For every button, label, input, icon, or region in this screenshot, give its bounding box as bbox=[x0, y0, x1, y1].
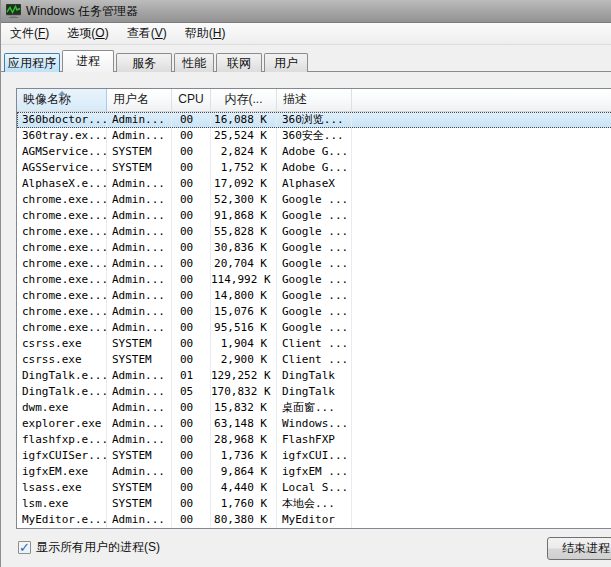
cell: Admin... bbox=[107, 304, 172, 320]
tab-applications[interactable]: 应用程序 bbox=[4, 53, 60, 72]
cell: 15,076 K bbox=[211, 304, 277, 320]
cell: Admin... bbox=[107, 416, 172, 432]
cell: 桌面窗... bbox=[277, 400, 352, 416]
cell: 1,760 K bbox=[211, 496, 277, 512]
column-header-cpu[interactable]: CPU bbox=[172, 89, 211, 111]
cell: Admin... bbox=[107, 176, 172, 192]
table-row[interactable]: dwm.exeAdmin...0015,832 K桌面窗... bbox=[17, 400, 611, 416]
tab-networking[interactable]: 联网 bbox=[216, 53, 262, 72]
cell: 00 bbox=[172, 288, 211, 304]
cell: chrome.exe... bbox=[17, 288, 107, 304]
cell: 129,252 K bbox=[211, 368, 277, 384]
table-row[interactable]: lsass.exeSYSTEM004,440 KLocal S... bbox=[17, 480, 611, 496]
task-manager-window: Windows 任务管理器 文件(F) 选项(O) 查看(V) 帮助(H) 应用… bbox=[0, 0, 611, 567]
table-row[interactable]: 360tray.ex...Admin...0025,524 K360安全... bbox=[17, 128, 611, 144]
column-header-description[interactable]: 描述 bbox=[277, 89, 352, 111]
table-row[interactable]: chrome.exe...Admin...0014,800 KGoogle ..… bbox=[17, 288, 611, 304]
cell: 00 bbox=[172, 256, 211, 272]
cell: 30,836 K bbox=[211, 240, 277, 256]
table-row[interactable]: lsm.exeSYSTEM001,760 K本地会... bbox=[17, 496, 611, 512]
cell: igfxEM.exe bbox=[17, 464, 107, 480]
table-row[interactable]: 360bdoctor...Admin...0016,088 K360浏览... bbox=[17, 112, 611, 128]
tab-users[interactable]: 用户 bbox=[264, 53, 308, 72]
cell: DingTalk.e... bbox=[17, 384, 107, 400]
table-row[interactable]: flashfxp.e...Admin...0028,968 KFlashFXP bbox=[17, 432, 611, 448]
table-row[interactable]: csrss.exeSYSTEM002,900 KClient ... bbox=[17, 352, 611, 368]
table-row[interactable]: MyEditor.e...Admin...0080,380 KMyEditor bbox=[17, 512, 611, 528]
cell: Google ... bbox=[277, 256, 352, 272]
cell: 2,900 K bbox=[211, 352, 277, 368]
tab-processes[interactable]: 进程 bbox=[62, 50, 114, 72]
show-all-users-row: 显示所有用户的进程(S) bbox=[18, 539, 160, 556]
cell: chrome.exe... bbox=[17, 304, 107, 320]
cell: DingTalk bbox=[277, 368, 352, 384]
cell: 15,832 K bbox=[211, 400, 277, 416]
menu-view[interactable]: 查看(V) bbox=[118, 23, 176, 44]
cell: 00 bbox=[172, 464, 211, 480]
cell: Client ... bbox=[277, 352, 352, 368]
cell: 00 bbox=[172, 416, 211, 432]
cell: 01 bbox=[172, 368, 211, 384]
cell: AlphaseX bbox=[277, 176, 352, 192]
table-row[interactable]: AGMService...SYSTEM002,824 KAdobe G... bbox=[17, 144, 611, 160]
cell: Admin... bbox=[107, 272, 172, 288]
cell: 00 bbox=[172, 144, 211, 160]
table-row[interactable]: chrome.exe...Admin...0052,300 KGoogle ..… bbox=[17, 192, 611, 208]
cell: chrome.exe... bbox=[17, 224, 107, 240]
cell: 80,380 K bbox=[211, 512, 277, 528]
table-row[interactable]: chrome.exe...Admin...0095,516 KGoogle ..… bbox=[17, 320, 611, 336]
menu-options[interactable]: 选项(O) bbox=[58, 23, 117, 44]
table-row[interactable]: chrome.exe...Admin...0091,868 KGoogle ..… bbox=[17, 208, 611, 224]
tab-performance[interactable]: 性能 bbox=[174, 53, 214, 72]
table-row[interactable]: csrss.exeSYSTEM001,904 KClient ... bbox=[17, 336, 611, 352]
menu-file[interactable]: 文件(F) bbox=[1, 23, 58, 44]
column-header-user-name[interactable]: 用户名 bbox=[107, 89, 172, 111]
cell: chrome.exe... bbox=[17, 240, 107, 256]
cell: 95,516 K bbox=[211, 320, 277, 336]
cell: Google ... bbox=[277, 192, 352, 208]
cell: 1,752 K bbox=[211, 160, 277, 176]
column-header-filler bbox=[352, 89, 611, 111]
cell: 360浏览... bbox=[277, 112, 352, 128]
cell: Google ... bbox=[277, 272, 352, 288]
table-row[interactable]: AlphaseX.e...Admin...0017,092 KAlphaseX bbox=[17, 176, 611, 192]
cell: 00 bbox=[172, 272, 211, 288]
table-row[interactable]: chrome.exe...Admin...0055,828 KGoogle ..… bbox=[17, 224, 611, 240]
cell: 00 bbox=[172, 320, 211, 336]
table-row[interactable]: chrome.exe...Admin...0020,704 KGoogle ..… bbox=[17, 256, 611, 272]
table-row[interactable]: DingTalk.e...Admin...01129,252 KDingTalk bbox=[17, 368, 611, 384]
cell: 00 bbox=[172, 176, 211, 192]
column-header-image-name[interactable]: 映像名称 bbox=[17, 89, 107, 111]
cell: 00 bbox=[172, 160, 211, 176]
table-row[interactable]: chrome.exe...Admin...0015,076 KGoogle ..… bbox=[17, 304, 611, 320]
task-manager-icon bbox=[6, 4, 21, 18]
cell: Google ... bbox=[277, 304, 352, 320]
table-row[interactable]: DingTalk.e...Admin...05170,832 KDingTalk bbox=[17, 384, 611, 400]
cell: Client ... bbox=[277, 336, 352, 352]
cell: 91,868 K bbox=[211, 208, 277, 224]
cell: 00 bbox=[172, 224, 211, 240]
title-bar[interactable]: Windows 任务管理器 bbox=[1, 0, 611, 23]
table-row[interactable]: igfxCUISer...SYSTEM001,736 KigfxCUI... bbox=[17, 448, 611, 464]
cell: 00 bbox=[172, 128, 211, 144]
cell: 本地会... bbox=[277, 496, 352, 512]
table-row[interactable]: AGSService...SYSTEM001,752 KAdobe G... bbox=[17, 160, 611, 176]
cell: SYSTEM bbox=[107, 448, 172, 464]
cell: csrss.exe bbox=[17, 352, 107, 368]
cell: dwm.exe bbox=[17, 400, 107, 416]
cell: 00 bbox=[172, 352, 211, 368]
show-all-users-checkbox[interactable] bbox=[18, 541, 31, 554]
cell: 00 bbox=[172, 512, 211, 528]
cell: 170,832 K bbox=[211, 384, 277, 400]
end-process-button[interactable]: 结束进程 bbox=[547, 537, 611, 560]
table-row[interactable]: chrome.exe...Admin...0030,836 KGoogle ..… bbox=[17, 240, 611, 256]
menu-help[interactable]: 帮助(H) bbox=[176, 23, 235, 44]
tab-services[interactable]: 服务 bbox=[116, 53, 172, 72]
table-row[interactable]: explorer.exeAdmin...0063,148 KWindows... bbox=[17, 416, 611, 432]
column-header-memory[interactable]: 内存(... bbox=[211, 89, 277, 111]
table-row[interactable]: igfxEM.exeAdmin...009,864 KigfxEM ... bbox=[17, 464, 611, 480]
cell: SYSTEM bbox=[107, 480, 172, 496]
cell: 360tray.ex... bbox=[17, 128, 107, 144]
cell: explorer.exe bbox=[17, 416, 107, 432]
table-row[interactable]: chrome.exe...Admin...00114,992 KGoogle .… bbox=[17, 272, 611, 288]
